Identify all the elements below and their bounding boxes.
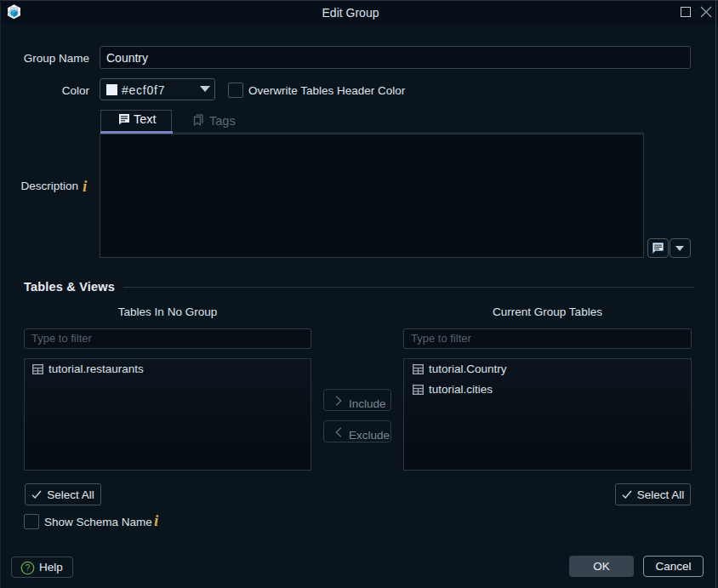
svg-text:?: ? bbox=[26, 562, 31, 573]
